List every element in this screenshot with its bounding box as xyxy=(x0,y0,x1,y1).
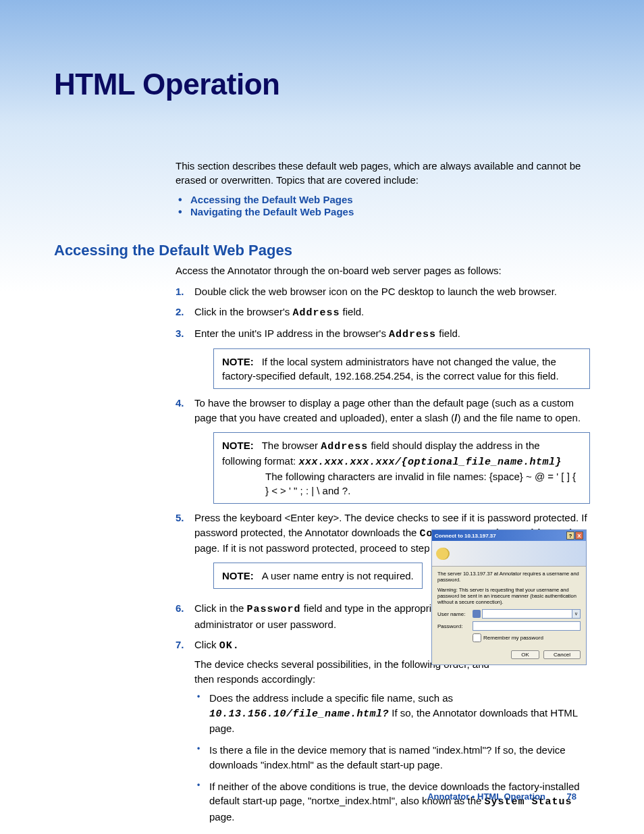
step-3-text-a: Enter the unit's IP address in the brows… xyxy=(194,328,389,339)
note-box-3: NOTE:A user name entry is not required. xyxy=(213,563,423,589)
ok-button[interactable]: OK xyxy=(511,650,539,659)
dialog-titlebar: Connect to 10.13.197.37 ?X xyxy=(432,530,586,541)
remember-checkbox[interactable] xyxy=(473,633,481,642)
dialog-message-1: The server 10.13.197.37 at Annotator req… xyxy=(437,571,581,583)
sub3-c: page. xyxy=(209,811,235,823)
step-6: 6. Click in the Password field and type … xyxy=(176,601,473,632)
sub1-example: 10.13.156.10/file_name.html? xyxy=(209,708,389,720)
close-icon[interactable]: X xyxy=(575,531,583,540)
note-box-2: NOTE:The browser Address field should di… xyxy=(213,432,590,504)
step-1: 1.Double click the web browser icon on t… xyxy=(176,284,590,299)
note-label: NOTE: xyxy=(222,356,254,367)
step-1-text: Double click the web browser icon on the… xyxy=(194,286,557,297)
note-1-text: If the local system administrators have … xyxy=(222,356,559,382)
password-input[interactable] xyxy=(473,621,581,631)
note-label: NOTE: xyxy=(222,440,254,451)
note-2-format: xxx.xxx.xxx.xxx/{optional_file_name.html… xyxy=(298,457,562,468)
step-4: 4. To have the browser to display a page… xyxy=(176,396,590,504)
note-3-text: A user name entry is not required. xyxy=(262,570,414,581)
username-label: User name: xyxy=(437,611,473,617)
step-4-text-c: ) and the file name to open. xyxy=(457,412,581,423)
step-2-text-a: Click in the browser's xyxy=(194,306,292,317)
ok-label: OK. xyxy=(219,640,240,652)
link-navigating[interactable]: Navigating the Default Web Pages xyxy=(190,206,354,217)
dialog-title: Connect to 10.13.197.37 xyxy=(435,533,496,539)
dropdown-icon[interactable]: v xyxy=(572,609,581,619)
dialog-banner xyxy=(432,541,586,567)
password-label: Password: xyxy=(437,623,473,629)
person-icon xyxy=(473,610,481,618)
sub-bullets: Does the address include a specific file… xyxy=(194,691,590,825)
footer-text: Annotator • HTML Operation xyxy=(427,791,545,802)
intro-text: This section describes these default web… xyxy=(176,159,590,187)
link-accessing[interactable]: Accessing the Default Web Pages xyxy=(190,194,353,205)
step-6-text-a: Click in the xyxy=(194,602,247,614)
sub-bullet-2: Is there a file in the device memory tha… xyxy=(194,743,590,773)
page-number: 78 xyxy=(567,791,576,802)
auth-dialog: Connect to 10.13.197.37 ?X The server 10… xyxy=(431,529,587,665)
cancel-button[interactable]: Cancel xyxy=(543,650,581,659)
step-2: 2. Click in the browser's Address field. xyxy=(176,305,590,321)
note-2-a: The browser xyxy=(262,440,321,451)
page-title: HTML Operation xyxy=(54,68,590,101)
address-field-label: Address xyxy=(389,329,436,340)
password-field-label: Password xyxy=(247,604,301,615)
sub1-a: Does the address include a specific file… xyxy=(209,692,453,704)
note-2-address: Address xyxy=(321,441,368,452)
section-heading: Accessing the Default Web Pages xyxy=(54,242,590,259)
remember-label: Remember my password xyxy=(483,635,543,641)
key-icon xyxy=(436,548,448,560)
page-footer: Annotator • HTML Operation 78 xyxy=(427,791,576,802)
sub-bullet-3: If neither of the above conditions is tr… xyxy=(194,779,590,825)
topic-links: Accessing the Default Web Pages Navigati… xyxy=(176,194,590,218)
step-2-text-c: field. xyxy=(340,306,364,317)
help-icon[interactable]: ? xyxy=(566,531,574,540)
address-field-label: Address xyxy=(292,307,340,319)
note-label: NOTE: xyxy=(222,570,254,581)
note-box-1: NOTE:If the local system administrators … xyxy=(213,348,590,389)
step-3: 3. Enter the unit's IP address in the br… xyxy=(176,326,590,390)
dialog-message-2: Warning: This server is requesting that … xyxy=(437,587,581,605)
step-5-text-c: page. If it is not password protected, p… xyxy=(194,542,441,554)
username-input[interactable] xyxy=(482,609,572,619)
section-intro: Access the Annotator through the on-boar… xyxy=(176,263,590,278)
note-2-invalid-chars: The following characters are invalid in … xyxy=(265,469,581,498)
step-7-text-a: Click xyxy=(194,639,219,650)
sub-bullet-1: Does the address include a specific file… xyxy=(194,691,590,736)
step-3-text-c: field. xyxy=(436,328,460,339)
